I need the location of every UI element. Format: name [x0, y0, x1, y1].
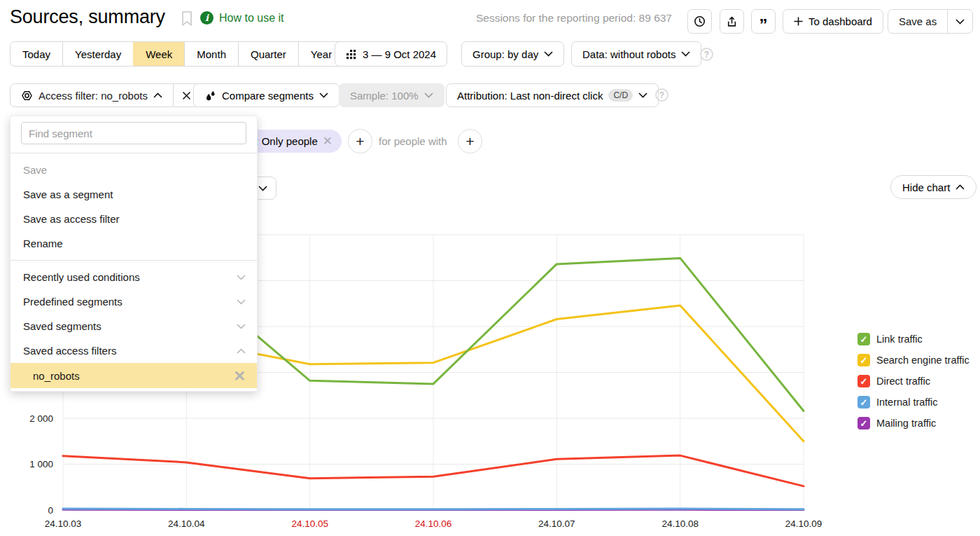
legend-checkbox[interactable]: ✓ — [858, 396, 870, 408]
chevron-down-icon — [237, 299, 246, 305]
menu-item-rename[interactable]: Rename — [10, 231, 257, 256]
x-axis-label: 24.10.03 — [45, 518, 82, 529]
legend-item: ✓Internal traffic — [858, 395, 938, 409]
x-axis-label: 24.10.08 — [662, 518, 699, 529]
legend-label: Link traffic — [876, 334, 923, 345]
legend-item: ✓Direct traffic — [858, 374, 930, 388]
legend-item: ✓Link traffic — [858, 332, 923, 346]
saved-filter-no_robots[interactable]: no_robots✕ — [10, 363, 257, 388]
legend-checkbox[interactable]: ✓ — [858, 354, 870, 366]
chevron-up-icon — [237, 348, 246, 354]
legend-checkbox[interactable]: ✓ — [858, 375, 870, 387]
menu-group-predefined-segments[interactable]: Predefined segments — [10, 289, 257, 314]
legend-label: Direct traffic — [876, 376, 930, 387]
menu-item-save: Save — [10, 158, 257, 182]
legend-item: ✓Mailing traffic — [858, 416, 936, 430]
y-axis-label: 1 000 — [29, 459, 53, 469]
legend-label: Mailing traffic — [876, 418, 936, 429]
legend-item: ✓Search engine traffic — [858, 353, 969, 367]
legend-checkbox[interactable]: ✓ — [858, 333, 870, 345]
divider — [10, 260, 257, 261]
chevron-down-icon — [237, 324, 246, 329]
chevron-down-icon — [237, 275, 246, 280]
sources-summary-page: Sources, summary i How to use it Session… — [0, 0, 980, 536]
x-axis-label: 24.10.04 — [168, 518, 205, 529]
remove-saved-filter-icon[interactable]: ✕ — [233, 369, 246, 383]
divider — [10, 153, 257, 153]
menu-group-saved-access-filters[interactable]: Saved access filters — [10, 338, 257, 363]
legend-label: Internal traffic — [876, 397, 938, 408]
x-axis-label: 24.10.09 — [785, 518, 822, 529]
menu-item-save-as-a-segment[interactable]: Save as a segment — [10, 182, 257, 207]
menu-item-save-as-access-filter[interactable]: Save as access filter — [10, 207, 257, 231]
y-axis-label: 2 000 — [29, 413, 53, 424]
segment-dropdown-panel: SaveSave as a segmentSave as access filt… — [10, 116, 258, 392]
segment-menu-groups: Recently used conditionsPredefined segme… — [10, 265, 257, 388]
y-axis-label: 0 — [48, 505, 53, 516]
segment-search-input[interactable] — [21, 122, 246, 144]
menu-group-saved-segments[interactable]: Saved segments — [10, 314, 257, 338]
segment-menu-actions: SaveSave as a segmentSave as access filt… — [10, 158, 257, 256]
x-axis-label: 24.10.07 — [538, 518, 575, 529]
x-axis-label: 24.10.06 — [415, 518, 452, 529]
legend-checkbox[interactable]: ✓ — [858, 417, 870, 430]
legend-label: Search engine traffic — [876, 355, 969, 366]
menu-group-recently-used-conditions[interactable]: Recently used conditions — [10, 265, 257, 289]
chart-line-internal-traffic — [63, 509, 804, 509]
x-axis-label: 24.10.05 — [291, 518, 328, 529]
